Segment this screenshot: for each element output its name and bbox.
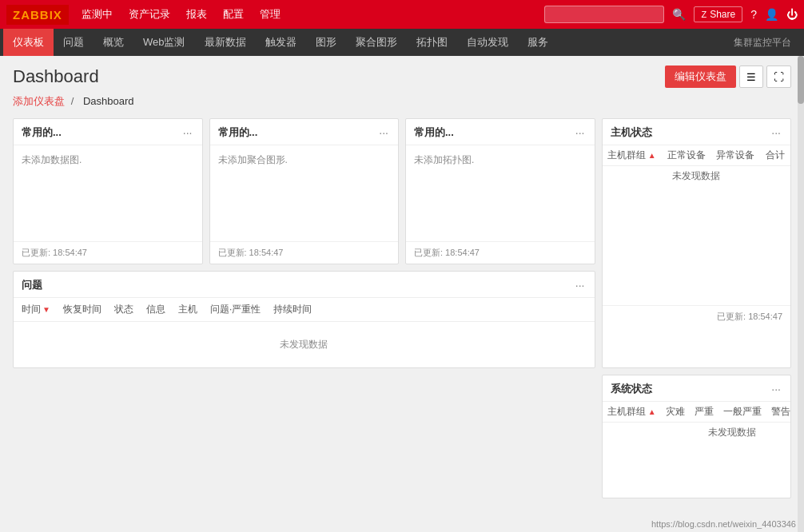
search-icon[interactable]: 🔍 — [672, 8, 686, 21]
breadcrumb-separator: / — [71, 95, 74, 107]
host-status-col-total: 合计 — [761, 145, 790, 166]
top-nav-right: 🔍 Z Share ? 👤 ⏻ — [544, 6, 798, 23]
nav-assets[interactable]: 资产记录 — [129, 7, 170, 22]
host-status-col-group[interactable]: 主机群组 ▲ — [603, 145, 663, 166]
subnav-problems[interactable]: 问题 — [54, 29, 94, 56]
page-header: Dashboard 编辑仪表盘 ☰ ⛶ — [13, 66, 791, 88]
breadcrumb-current: Dashboard — [83, 95, 134, 107]
widget-usual2-menu[interactable]: ··· — [377, 126, 390, 139]
problems-col-host: 主机 — [178, 303, 197, 316]
subnav-triggers[interactable]: 触发器 — [256, 29, 306, 56]
widget-usual1: 常用的... ··· 未添加数据图. 已更新: 18:54:47 — [13, 118, 203, 264]
widget-sys-status-title: 系统状态 — [611, 382, 652, 396]
scrollbar-thumb[interactable] — [798, 56, 804, 104]
widget-problems-menu[interactable]: ··· — [574, 279, 587, 292]
widget-host-status-title: 主机状态 — [611, 125, 652, 140]
logo: ZABBIX — [6, 5, 69, 25]
widget-usual2-title: 常用的... — [218, 125, 258, 140]
sys-status-nodata: 未发现数据 — [603, 423, 792, 443]
widget-usual2-body: 未添加聚合图形. — [210, 145, 399, 241]
page-content: Dashboard 编辑仪表盘 ☰ ⛶ 添加仪表盘 / Dashboard 常用… — [0, 56, 804, 508]
subnav-graphs[interactable]: 图形 — [306, 29, 346, 56]
logo-z: Z — [13, 8, 21, 22]
widget-usual2-header: 常用的... ··· — [210, 119, 399, 145]
subnav-services[interactable]: 服务 — [518, 29, 558, 56]
nav-monitor[interactable]: 监测中 — [82, 7, 113, 22]
search-input[interactable] — [544, 6, 664, 23]
problems-col-time[interactable]: 时间 ▼ — [22, 303, 50, 316]
problems-col-status: 状态 — [114, 303, 133, 316]
power-icon[interactable]: ⏻ — [786, 8, 798, 21]
problems-col-recovery: 恢复时间 — [63, 303, 101, 316]
problems-col-severity: 问题·严重性 — [210, 303, 261, 316]
sys-status-table: 主机群组 ▲ 灾难 严重 一般严重 警告 信息 未分类 — [603, 402, 792, 443]
widget-usual2-empty: 未添加聚合图形. — [218, 153, 391, 167]
widget-usual1-header: 常用的... ··· — [14, 119, 202, 145]
page-actions: 编辑仪表盘 ☰ ⛶ — [665, 66, 791, 88]
widget-usual3-menu[interactable]: ··· — [574, 126, 587, 139]
page-title: Dashboard — [13, 66, 99, 87]
subnav-webmon[interactable]: Web监测 — [133, 29, 195, 56]
widget-usual3-footer: 已更新: 18:54:47 — [406, 241, 595, 264]
sys-col-high: 严重 — [690, 402, 718, 423]
widget-usual1-menu[interactable]: ··· — [181, 126, 194, 139]
widget-sys-status: 系统状态 ··· 主机群组 ▲ 灾难 严重 一般严重 — [602, 375, 792, 498]
list-view-button[interactable]: ☰ — [739, 66, 763, 88]
widget-usual1-footer: 已更新: 18:54:47 — [14, 241, 202, 264]
fullscreen-button[interactable]: ⛶ — [766, 66, 791, 88]
widget-usual3-title: 常用的... — [414, 125, 454, 140]
top-navbar: ZABBIX 监测中 资产记录 报表 配置 管理 🔍 Z Share ? 👤 ⏻ — [0, 0, 804, 29]
sort-arrow-group: ▲ — [648, 151, 656, 160]
widget-usual1-empty: 未添加数据图. — [22, 153, 194, 167]
widget-host-status-header: 主机状态 ··· — [603, 119, 791, 145]
widget-host-status-footer: 已更新: 18:54:47 — [603, 305, 791, 328]
subnav-autodiscover[interactable]: 自动发现 — [457, 29, 518, 56]
share-button[interactable]: Z Share — [694, 6, 742, 22]
widget-problems-columns: 时间 ▼ 恢复时间 状态 信息 主机 问题·严重性 持续时间 — [14, 298, 595, 322]
widget-usual2-footer: 已更新: 18:54:47 — [210, 241, 399, 264]
widget-usual1-title: 常用的... — [22, 125, 62, 140]
widget-problems-nodata: 未发现数据 — [14, 322, 595, 367]
help-icon[interactable]: ? — [750, 8, 757, 21]
widget-sys-status-header: 系统状态 ··· — [603, 375, 791, 402]
widget-host-status: 主机状态 ··· 主机群组 ▲ 正常设备 异常设备 合计 — [602, 118, 792, 368]
widget-usual3-body: 未添加拓扑图. — [406, 145, 595, 241]
sys-col-disaster: 灾难 — [661, 402, 690, 423]
widget-usual1-body: 未添加数据图. — [14, 145, 202, 241]
breadcrumb-parent[interactable]: 添加仪表盘 — [13, 95, 65, 107]
share-label: Share — [710, 9, 735, 20]
edit-dashboard-button[interactable]: 编辑仪表盘 — [665, 66, 736, 88]
widget-usual3-empty: 未添加拓扑图. — [414, 153, 587, 167]
problems-col-duration: 持续时间 — [273, 303, 312, 316]
user-icon[interactable]: 👤 — [765, 8, 778, 21]
nav-config[interactable]: 配置 — [223, 7, 244, 22]
time-sort-arrow: ▼ — [42, 305, 50, 314]
widget-problems-header: 问题 ··· — [14, 272, 595, 298]
subnav-topology[interactable]: 拓扑图 — [407, 29, 457, 56]
top-nav-links: 监测中 资产记录 报表 配置 管理 — [82, 7, 545, 22]
share-icon: Z — [701, 10, 706, 19]
sys-col-group[interactable]: 主机群组 ▲ — [603, 402, 661, 423]
nav-reports[interactable]: 报表 — [186, 7, 207, 22]
empty-placeholder — [13, 375, 595, 498]
widget-usual3-header: 常用的... ··· — [406, 119, 595, 145]
widget-problems: 问题 ··· 时间 ▼ 恢复时间 状态 信息 主机 问题·严重性 持续时间 未发… — [13, 271, 595, 368]
host-status-col-normal: 正常设备 — [663, 145, 712, 166]
subnav-latestdata[interactable]: 最新数据 — [195, 29, 256, 56]
cluster-label: 集群监控平台 — [724, 36, 801, 50]
sys-col-average: 一般严重 — [718, 402, 766, 423]
sub-navbar: 仪表板 问题 概览 Web监测 最新数据 触发器 图形 聚合图形 拓扑图 自动发… — [0, 29, 804, 56]
widget-sys-status-menu[interactable]: ··· — [770, 383, 782, 395]
sys-col-warning: 警告 — [766, 402, 791, 423]
host-status-nodata: 未发现数据 — [603, 166, 791, 187]
widget-usual2: 常用的... ··· 未添加聚合图形. 已更新: 18:54:47 — [209, 118, 400, 264]
subnav-overview[interactable]: 概览 — [94, 29, 133, 56]
subnav-screens[interactable]: 聚合图形 — [346, 29, 407, 56]
subnav-dashboard[interactable]: 仪表板 — [3, 29, 54, 56]
widget-sys-status-body: 主机群组 ▲ 灾难 严重 一般严重 警告 信息 未分类 — [603, 402, 791, 498]
scrollbar[interactable] — [798, 56, 804, 508]
widget-host-status-menu[interactable]: ··· — [770, 126, 782, 139]
widget-host-status-body: 主机群组 ▲ 正常设备 异常设备 合计 未发现数据 — [603, 145, 791, 305]
host-status-table: 主机群组 ▲ 正常设备 异常设备 合计 未发现数据 — [603, 145, 791, 186]
nav-admin[interactable]: 管理 — [260, 7, 281, 22]
